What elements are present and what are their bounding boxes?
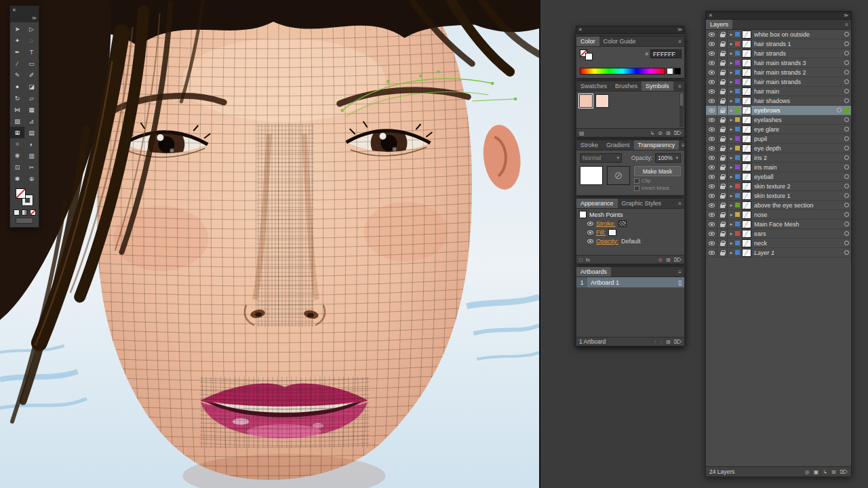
layer-row-hair-strands[interactable]: ▸hair strands — [706, 49, 851, 58]
artboard-canvas[interactable] — [0, 0, 540, 488]
add-new-stroke-icon[interactable]: □ — [579, 257, 583, 263]
visibility-toggle[interactable] — [706, 39, 717, 48]
color-spectrum-bar[interactable] — [580, 68, 665, 75]
layer-target-icon[interactable] — [842, 184, 851, 188]
make-mask-button[interactable]: Make Mask — [634, 166, 681, 176]
layer-row-above-the-eye-section[interactable]: ▸above the eye section — [706, 201, 851, 210]
visibility-toggle[interactable] — [706, 153, 717, 162]
layer-thumbnail[interactable] — [742, 173, 751, 181]
free-transform-tool[interactable]: ▦ — [24, 104, 39, 115]
layer-target-icon[interactable] — [842, 127, 851, 131]
artboard-tool[interactable]: ⊡ — [10, 161, 24, 173]
layer-row-hair-main-strands[interactable]: ▸hair main strands — [706, 77, 851, 87]
layer-row-hair-main-strands-3[interactable]: ▸hair main strands 3 — [706, 58, 851, 68]
layer-row-neck[interactable]: ▸neck — [706, 239, 851, 248]
artboard-icon[interactable]: ▯ — [678, 279, 684, 286]
layer-thumbnail[interactable] — [742, 125, 751, 134]
lock-toggle[interactable] — [717, 125, 728, 134]
line-segment-tool[interactable]: ∕ — [10, 58, 24, 69]
rotate-tool[interactable]: ↻ — [10, 92, 24, 104]
lock-toggle[interactable] — [717, 30, 728, 39]
visibility-toggle[interactable] — [706, 191, 717, 200]
layer-thumbnail[interactable] — [742, 68, 751, 77]
expand-triangle-icon[interactable]: ▸ — [728, 241, 735, 246]
layer-row-hair-shadows[interactable]: ▸hair shadows — [706, 96, 851, 106]
layer-target-icon[interactable] — [842, 222, 851, 226]
rectangle-tool[interactable]: ▭ — [24, 58, 39, 69]
expand-triangle-icon[interactable]: ▸ — [728, 193, 735, 199]
fill-label[interactable]: Fill: — [596, 229, 606, 236]
gradient-mode-button[interactable] — [22, 209, 28, 216]
layer-target-icon[interactable] — [842, 146, 851, 150]
shape-builder-tool[interactable]: ▧ — [10, 115, 24, 127]
lock-toggle[interactable] — [717, 248, 728, 257]
layer-target-icon[interactable] — [842, 32, 851, 37]
lock-toggle[interactable] — [717, 77, 728, 86]
lock-toggle[interactable] — [717, 153, 728, 162]
blob-brush-tool[interactable]: ● — [10, 81, 24, 92]
layer-target-icon[interactable] — [842, 231, 851, 236]
layer-row-main-face-mesh[interactable]: ▸Main Face Mesh — [706, 220, 851, 229]
layer-name[interactable]: hair shadows — [754, 98, 842, 104]
layer-name[interactable]: Main Face Mesh — [754, 221, 842, 228]
hex-input[interactable]: FFFFFF — [650, 49, 682, 58]
close-icon[interactable]: ✕ — [709, 13, 713, 18]
symbol-swatch-skin-tone-light[interactable] — [579, 94, 593, 108]
expand-triangle-icon[interactable]: ▸ — [728, 174, 735, 180]
layer-row-iris-2[interactable]: ▸iris 2 — [706, 153, 851, 163]
tab-transparency[interactable]: Transparency — [634, 140, 679, 150]
visibility-toggle[interactable] — [706, 201, 717, 209]
visibility-toggle[interactable] — [706, 144, 717, 152]
collapse-panels-icon[interactable]: ≫ — [677, 27, 682, 33]
tab-brushes[interactable]: Brushes — [611, 81, 642, 91]
layer-target-icon[interactable] — [842, 51, 851, 56]
layer-row-iris-main[interactable]: ▸iris main — [706, 163, 851, 172]
tab-symbols[interactable]: Symbols — [642, 81, 673, 91]
mesh-tool[interactable]: ⊞ — [10, 127, 24, 138]
layer-name[interactable]: ears — [754, 230, 842, 237]
visibility-toggle[interactable] — [706, 229, 717, 238]
eyedropper-tool[interactable]: ✧ — [10, 138, 24, 150]
layer-name[interactable]: hair strands — [754, 50, 842, 57]
fill-color-swatch[interactable] — [608, 229, 616, 236]
layer-thumbnail[interactable] — [742, 201, 751, 209]
expand-triangle-icon[interactable]: ▸ — [728, 127, 735, 132]
expand-triangle-icon[interactable]: ▸ — [728, 203, 735, 208]
black-chip[interactable] — [674, 68, 681, 75]
expand-triangle-icon[interactable]: ▸ — [728, 70, 735, 75]
eraser-tool[interactable]: ◪ — [24, 81, 39, 92]
pencil-tool[interactable]: ✐ — [24, 69, 39, 81]
column-graph-tool[interactable]: ▥ — [24, 150, 39, 161]
expand-triangle-icon[interactable]: ▸ — [728, 117, 735, 123]
screen-mode-button[interactable] — [16, 218, 33, 224]
layer-target-icon[interactable] — [842, 136, 851, 141]
layer-row-skin-texture-2[interactable]: ▸skin texture 2 — [706, 182, 851, 191]
fill-swatch[interactable] — [16, 188, 26, 199]
layer-name[interactable]: nose — [754, 211, 842, 218]
move-up-icon[interactable]: ↑ — [654, 339, 656, 345]
layer-row-eye-glare[interactable]: ▸eye glare — [706, 125, 851, 134]
panel-menu-icon[interactable]: ≡ — [675, 199, 684, 208]
layer-thumbnail[interactable] — [742, 78, 751, 86]
layer-thumbnail[interactable] — [742, 230, 751, 238]
layer-name[interactable]: eye glare — [754, 126, 842, 133]
layer-row-eyebrows[interactable]: ▸eyebrows — [706, 106, 851, 115]
expand-triangle-icon[interactable]: ▸ — [728, 146, 735, 151]
visibility-toggle[interactable] — [706, 210, 717, 219]
fill-attribute-row[interactable]: Fill: — [576, 228, 684, 237]
type-tool[interactable]: T — [24, 46, 39, 58]
magic-wand-tool[interactable]: ✦ — [10, 35, 24, 46]
visibility-toggle[interactable] — [706, 220, 717, 228]
layer-thumbnail[interactable] — [742, 163, 751, 171]
visibility-toggle[interactable] — [706, 134, 717, 143]
layer-thumbnail[interactable] — [742, 30, 751, 39]
perspective-grid-tool[interactable]: ⊿ — [24, 115, 39, 127]
visibility-toggle[interactable] — [706, 30, 717, 39]
lock-toggle[interactable] — [717, 163, 728, 171]
object-thumbnail[interactable] — [580, 166, 603, 185]
selection-tool[interactable]: ➤ — [10, 23, 24, 35]
layer-name[interactable]: skin texture 2 — [754, 183, 842, 190]
expand-triangle-icon[interactable]: ▸ — [728, 212, 735, 218]
appearance-selection-row[interactable]: Mesh Points — [576, 210, 684, 219]
layer-row-nose[interactable]: ▸nose — [706, 210, 851, 220]
